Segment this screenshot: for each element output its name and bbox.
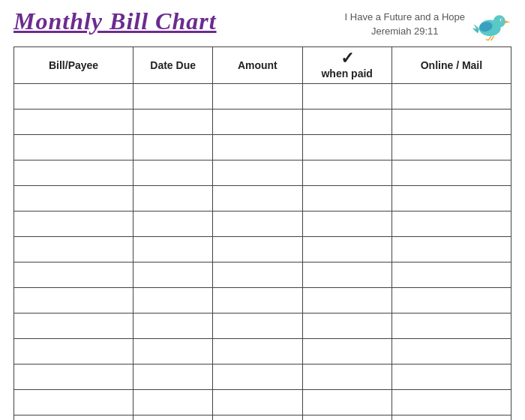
table-row	[14, 212, 512, 237]
table-cell	[302, 110, 392, 135]
table-cell	[14, 186, 134, 212]
table-cell	[14, 416, 134, 420]
table-row	[14, 314, 512, 339]
table-row	[14, 416, 512, 420]
table-cell	[302, 314, 392, 339]
table-cell	[302, 212, 392, 237]
table-cell	[14, 135, 134, 160]
table-cell	[392, 314, 511, 339]
table-row	[14, 135, 512, 160]
table-row	[14, 390, 512, 416]
bird-icon	[471, 8, 512, 40]
table-cell	[134, 390, 213, 416]
table-cell	[213, 84, 302, 110]
table-cell	[392, 262, 511, 288]
table-cell	[392, 135, 511, 160]
table-cell	[213, 339, 302, 364]
svg-point-4	[501, 20, 502, 21]
table-cell	[392, 84, 511, 110]
svg-line-10	[486, 40, 489, 40]
table-cell	[302, 262, 392, 288]
table-cell	[302, 364, 392, 390]
table-cell	[213, 212, 302, 237]
table-row	[14, 339, 512, 364]
table-cell	[213, 110, 302, 135]
table-cell	[213, 237, 302, 262]
table-row	[14, 288, 512, 314]
table-cell	[392, 288, 511, 314]
col-header-check: ✓ when paid	[302, 47, 392, 84]
table-row	[14, 186, 512, 212]
table-cell	[134, 84, 213, 110]
header: Monthly Bill Chart I Have a Future and a…	[14, 8, 512, 40]
table-cell	[14, 262, 134, 288]
table-cell	[14, 364, 134, 390]
table-cell	[134, 212, 213, 237]
table-cell	[213, 288, 302, 314]
table-cell	[134, 135, 213, 160]
table-cell	[134, 288, 213, 314]
table-cell	[134, 262, 213, 288]
table-cell	[14, 110, 134, 135]
table-body	[14, 84, 512, 420]
col-check-label: when paid	[321, 67, 372, 80]
table-cell	[14, 160, 134, 186]
table-cell	[392, 212, 511, 237]
svg-line-9	[491, 36, 494, 40]
table-cell	[134, 237, 213, 262]
table-cell	[134, 186, 213, 212]
table-cell	[14, 390, 134, 416]
table-row	[14, 110, 512, 135]
table-row	[14, 237, 512, 262]
table-cell	[302, 186, 392, 212]
svg-line-8	[488, 36, 491, 40]
table-cell	[392, 364, 511, 390]
table-cell	[213, 314, 302, 339]
table-header-row: Bill/Payee Date Due Amount ✓ when paid O…	[14, 47, 512, 84]
table-cell	[213, 390, 302, 416]
table-cell	[392, 186, 511, 212]
table-cell	[302, 339, 392, 364]
table-cell	[392, 160, 511, 186]
table-row	[14, 364, 512, 390]
table-cell	[392, 390, 511, 416]
table-cell	[14, 212, 134, 237]
table-cell	[302, 84, 392, 110]
table-cell	[134, 160, 213, 186]
tagline-line2: Jeremiah 29:11	[345, 24, 465, 39]
checkmark-icon: ✓	[340, 50, 354, 67]
table-cell	[134, 339, 213, 364]
table-cell	[392, 110, 511, 135]
table-cell	[302, 390, 392, 416]
table-cell	[14, 288, 134, 314]
bill-table: Bill/Payee Date Due Amount ✓ when paid O…	[14, 46, 512, 420]
svg-point-1	[494, 15, 506, 27]
table-cell	[134, 314, 213, 339]
page-title: Monthly Bill Chart	[14, 8, 217, 35]
table-cell	[213, 160, 302, 186]
table-cell	[14, 314, 134, 339]
table-cell	[213, 416, 302, 420]
table-cell	[302, 237, 392, 262]
table-cell	[213, 186, 302, 212]
col-header-amount: Amount	[213, 47, 302, 84]
table-cell	[392, 237, 511, 262]
table-cell	[134, 416, 213, 420]
table-row	[14, 84, 512, 110]
table-cell	[302, 416, 392, 420]
table-cell	[213, 262, 302, 288]
table-cell	[392, 416, 511, 420]
table-cell	[14, 237, 134, 262]
tagline: I Have a Future and a Hope Jeremiah 29:1…	[345, 10, 465, 39]
table-cell	[213, 364, 302, 390]
col-header-bill: Bill/Payee	[14, 47, 134, 84]
table-cell	[134, 364, 213, 390]
table-cell	[14, 84, 134, 110]
col-header-date: Date Due	[134, 47, 213, 84]
header-right: I Have a Future and a Hope Jeremiah 29:1…	[345, 8, 512, 40]
table-cell	[213, 135, 302, 160]
table-row	[14, 160, 512, 186]
tagline-line1: I Have a Future and a Hope	[345, 10, 465, 25]
table-cell	[134, 110, 213, 135]
table-cell	[14, 339, 134, 364]
